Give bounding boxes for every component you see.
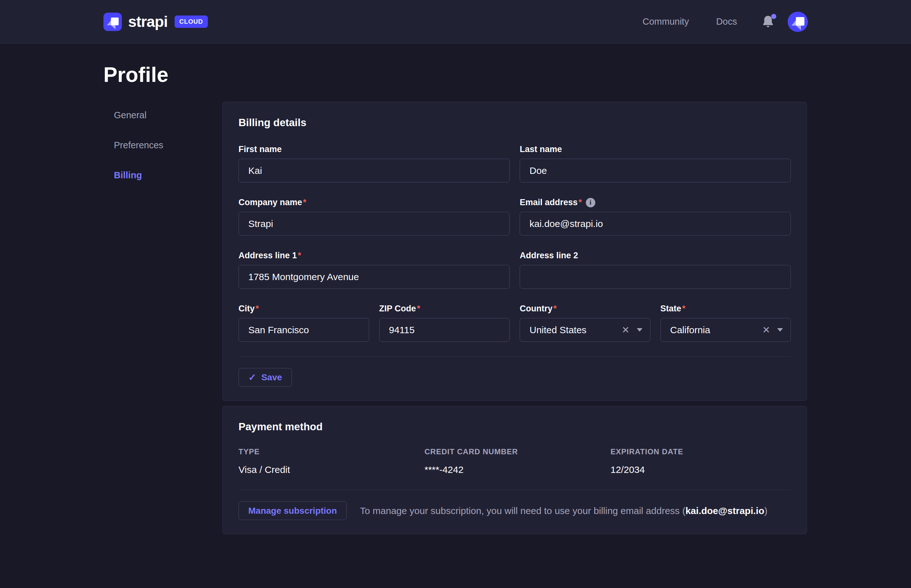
email-address-input[interactable] (520, 212, 791, 236)
last-name-label: Last name (520, 144, 562, 154)
city-input[interactable] (238, 318, 369, 342)
expiration-date-value: 12/2034 (610, 464, 796, 475)
strapi-logo-icon (104, 13, 122, 31)
zip-code-input[interactable] (379, 318, 510, 342)
first-name-label: First name (238, 144, 282, 154)
country-select-value: United States (529, 325, 620, 335)
state-select-value: California (670, 325, 761, 335)
country-select[interactable]: United States ✕ (520, 318, 650, 342)
required-asterisk: * (682, 304, 686, 313)
note-email: kai.doe@strapi.io (686, 506, 764, 516)
required-asterisk: * (553, 304, 557, 313)
required-asterisk: * (256, 304, 259, 313)
address-line-2-input[interactable] (520, 265, 791, 289)
company-name-input[interactable] (238, 212, 510, 236)
required-asterisk: * (303, 197, 306, 207)
required-asterisk: * (298, 251, 301, 260)
email-address-label: Email address (520, 197, 578, 207)
field-email-address: Email address * i (520, 197, 791, 236)
nav-link-community[interactable]: Community (642, 16, 689, 27)
field-country: Country * United States ✕ (520, 304, 650, 342)
page-title: Profile (104, 63, 808, 87)
city-label: City (238, 304, 255, 313)
notifications-bell-icon[interactable] (762, 15, 774, 29)
credit-card-number-column: CREDIT CARD NUMBER ****-4242 (424, 447, 610, 475)
note-suffix: ) (764, 506, 767, 516)
last-name-input[interactable] (520, 159, 791, 183)
expiration-date-column: EXPIRATION DATE 12/2034 (610, 447, 796, 475)
field-first-name: First name (238, 144, 510, 183)
billing-details-card: Billing details First name Last name (222, 102, 807, 401)
strapi-logo[interactable]: strapi CLOUD (104, 13, 208, 31)
header-nav: Community Docs (642, 16, 737, 27)
required-asterisk: * (417, 304, 421, 313)
address-line-1-input[interactable] (238, 265, 510, 289)
brand-wordmark: strapi (128, 13, 168, 30)
sidebar-item-general[interactable]: General (114, 110, 222, 120)
payment-type-value: Visa / Credit (238, 464, 424, 475)
payment-method-title: Payment method (238, 421, 791, 433)
credit-card-number-value: ****-4242 (424, 464, 610, 475)
manage-subscription-button[interactable]: Manage subscription (238, 501, 347, 520)
address-line-1-label: Address line 1 (238, 251, 297, 260)
first-name-input[interactable] (238, 159, 510, 183)
address-line-2-label: Address line 2 (520, 251, 578, 260)
profile-sidebar: General Preferences Billing (104, 102, 222, 534)
clear-icon[interactable]: ✕ (761, 324, 772, 336)
save-button-label: Save (261, 372, 282, 383)
subscription-note: To manage your subscription, you will ne… (360, 506, 767, 516)
company-name-label: Company name (238, 197, 302, 207)
field-state: State * California ✕ (660, 304, 791, 342)
cloud-badge: CLOUD (175, 16, 208, 28)
chevron-down-icon[interactable] (777, 328, 783, 332)
field-city: City * (238, 304, 369, 342)
save-button[interactable]: ✓ Save (238, 368, 292, 387)
expiration-date-label: EXPIRATION DATE (610, 447, 796, 456)
top-bar: strapi CLOUD Community Docs (0, 0, 911, 44)
field-address-line-2: Address line 2 (520, 251, 791, 289)
billing-details-title: Billing details (238, 117, 791, 129)
field-company-name: Company name * (238, 197, 510, 236)
payment-type-column: TYPE Visa / Credit (238, 447, 424, 475)
state-label: State (660, 304, 681, 313)
note-prefix: To manage your subscription, you will ne… (360, 506, 686, 516)
payment-method-card: Payment method TYPE Visa / Credit CREDIT… (222, 406, 807, 534)
credit-card-number-label: CREDIT CARD NUMBER (424, 447, 610, 456)
info-icon[interactable]: i (586, 198, 595, 207)
clear-icon[interactable]: ✕ (620, 324, 631, 336)
card-divider (238, 356, 791, 357)
sidebar-item-preferences[interactable]: Preferences (114, 140, 222, 150)
field-address-line-1: Address line 1 * (238, 251, 510, 289)
zip-code-label: ZIP Code (379, 304, 416, 313)
field-last-name: Last name (520, 144, 791, 183)
chevron-down-icon[interactable] (637, 328, 642, 332)
required-asterisk: * (579, 197, 582, 207)
user-avatar[interactable] (788, 12, 808, 32)
nav-link-docs[interactable]: Docs (716, 16, 737, 27)
check-icon: ✓ (248, 372, 256, 383)
sidebar-item-billing[interactable]: Billing (114, 170, 222, 181)
state-select[interactable]: California ✕ (660, 318, 791, 342)
notification-dot (771, 14, 776, 19)
country-label: Country (520, 304, 553, 313)
payment-type-label: TYPE (238, 447, 424, 456)
field-zip-code: ZIP Code * (379, 304, 510, 342)
manage-subscription-label: Manage subscription (248, 506, 337, 516)
payment-info-table: TYPE Visa / Credit CREDIT CARD NUMBER **… (238, 447, 791, 475)
